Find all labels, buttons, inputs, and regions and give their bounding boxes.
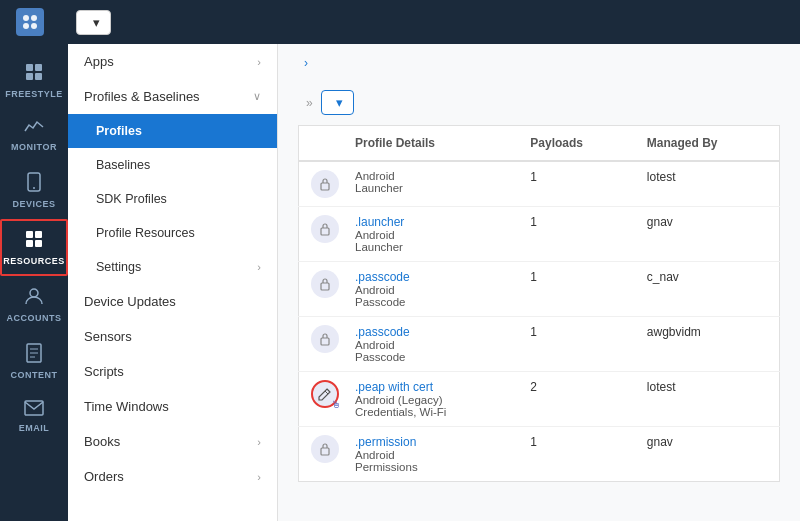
- profile-line2: Credentials, Wi-Fi: [355, 406, 506, 418]
- sidebar-item-accounts[interactable]: ACCOUNTS: [0, 276, 68, 333]
- profile-line1: Android: [355, 284, 506, 296]
- profile-name-link[interactable]: .peap with cert: [355, 380, 506, 394]
- subnav-item-scripts[interactable]: Scripts: [68, 354, 277, 389]
- subnav-item-sdk-profiles[interactable]: SDK Profiles: [68, 182, 277, 216]
- table-row: .passcode Android Passcode 1 awgbvidm: [299, 317, 780, 372]
- profile-details-cell: Android Launcher: [343, 161, 518, 207]
- sidebar-item-devices[interactable]: DEVICES: [0, 162, 68, 219]
- managed-by-cell: lotest: [635, 161, 780, 207]
- subnav-item-sensors[interactable]: Sensors: [68, 319, 277, 354]
- profile-line1: Android: [355, 339, 506, 351]
- profile-details-cell: .passcode Android Passcode: [343, 317, 518, 372]
- logo-icon: [16, 8, 44, 36]
- table-row: 🖱 .peap with cert Android (Legacy) Crede…: [299, 372, 780, 427]
- profile-name-link[interactable]: .permission: [355, 435, 506, 449]
- add-button[interactable]: ▾: [321, 90, 354, 115]
- subnav-item-apps[interactable]: Apps ›: [68, 44, 277, 79]
- profile-icon-1: [311, 170, 339, 198]
- profile-icon-cell: [299, 427, 344, 482]
- subnav-item-time-windows[interactable]: Time Windows: [68, 389, 277, 424]
- subnav-item-profiles-baselines[interactable]: Profiles & Baselines ∨: [68, 79, 277, 114]
- payloads-cell: 1: [518, 317, 635, 372]
- profile-line1: Android (Legacy): [355, 394, 506, 406]
- sub-nav: Apps › Profiles & Baselines ∨ Profiles B…: [68, 44, 278, 521]
- svg-rect-23: [321, 338, 329, 345]
- add-chevron-icon: ▾: [336, 95, 343, 110]
- profile-name-link[interactable]: .passcode: [355, 270, 506, 284]
- profile-line2: Passcode: [355, 296, 506, 308]
- chevron-icon-settings: ›: [257, 261, 261, 273]
- subnav-label-profiles-baselines: Profiles & Baselines: [84, 89, 200, 104]
- sidebar-label-devices: DEVICES: [12, 199, 55, 209]
- profile-icon-cell: [299, 317, 344, 372]
- subnav-label-profile-resources: Profile Resources: [96, 226, 195, 240]
- sidebar-label-monitor: MONITOR: [11, 142, 57, 152]
- sidebar-item-freestyle[interactable]: FREESTYLE: [0, 52, 68, 109]
- profile-line2: Permissions: [355, 461, 506, 473]
- svg-rect-12: [26, 240, 33, 247]
- col-managed-by: Managed By: [635, 126, 780, 162]
- payloads-cell: 1: [518, 427, 635, 482]
- sidebar-item-monitor[interactable]: MONITOR: [0, 109, 68, 162]
- profile-icon-cell: [299, 161, 344, 207]
- profile-line1: Android: [355, 170, 506, 182]
- profile-icon-3: [311, 270, 339, 298]
- subnav-label-sdk-profiles: SDK Profiles: [96, 192, 167, 206]
- profile-details-cell: .permission Android Permissions: [343, 427, 518, 482]
- col-icon: [299, 126, 344, 162]
- profile-details-cell: .peap with cert Android (Legacy) Credent…: [343, 372, 518, 427]
- col-payloads: Payloads: [518, 126, 635, 162]
- payloads-cell: 1: [518, 207, 635, 262]
- breadcrumb: ›: [278, 44, 800, 74]
- svg-rect-20: [321, 183, 329, 190]
- svg-point-0: [23, 15, 29, 21]
- col-profile-details: Profile Details: [343, 126, 518, 162]
- managed-by-cell: lotest: [635, 372, 780, 427]
- svg-point-2: [23, 23, 29, 29]
- payloads-cell: 1: [518, 161, 635, 207]
- sidebar-item-content[interactable]: CONTENT: [0, 333, 68, 390]
- chevron-icon-orders: ›: [257, 471, 261, 483]
- profile-line1: Android: [355, 229, 506, 241]
- subnav-item-books[interactable]: Books ›: [68, 424, 277, 459]
- chevron-down-icon: ▾: [93, 15, 100, 30]
- subnav-label-device-updates: Device Updates: [84, 294, 176, 309]
- subnav-item-orders[interactable]: Orders ›: [68, 459, 277, 494]
- profile-line2: Launcher: [355, 241, 506, 253]
- subnav-label-scripts: Scripts: [84, 364, 124, 379]
- profile-name-link[interactable]: .launcher: [355, 215, 506, 229]
- table-row: .passcode Android Passcode 1 c_nav: [299, 262, 780, 317]
- subnav-item-settings[interactable]: Settings ›: [68, 250, 277, 284]
- svg-point-14: [30, 289, 38, 297]
- sidebar-item-email[interactable]: EMAIL: [0, 390, 68, 443]
- svg-point-1: [31, 15, 37, 21]
- payloads-cell: 1: [518, 262, 635, 317]
- global-dropdown[interactable]: ▾: [76, 10, 111, 35]
- filters-bar: » ▾: [278, 90, 800, 125]
- svg-point-3: [31, 23, 37, 29]
- profile-icon-4: [311, 325, 339, 353]
- subnav-item-baselines[interactable]: Baselines: [68, 148, 277, 182]
- chevron-icon-profiles-baselines: ∨: [253, 90, 261, 103]
- subnav-item-profile-resources[interactable]: Profile Resources: [68, 216, 277, 250]
- sidebar-label-resources: RESOURCES: [3, 256, 65, 266]
- profile-line2: Passcode: [355, 351, 506, 363]
- subnav-item-device-updates[interactable]: Device Updates: [68, 284, 277, 319]
- page-title: [278, 74, 800, 90]
- sidebar: FREESTYLE MONITOR DEVICES RESOURCES ACCO…: [0, 44, 68, 521]
- logo-area: [16, 8, 52, 36]
- filters-arrows-icon: »: [306, 96, 313, 110]
- breadcrumb-separator: ›: [304, 56, 308, 70]
- subnav-label-settings: Settings: [96, 260, 141, 274]
- chevron-icon-apps: ›: [257, 56, 261, 68]
- profile-line2: Launcher: [355, 182, 506, 194]
- profile-icon-2: [311, 215, 339, 243]
- table-header-row: Profile Details Payloads Managed By: [299, 126, 780, 162]
- subnav-item-profiles[interactable]: Profiles: [68, 114, 277, 148]
- sidebar-item-resources[interactable]: RESOURCES: [0, 219, 68, 276]
- profile-name-link[interactable]: .passcode: [355, 325, 506, 339]
- cursor-icon: 🖱: [331, 399, 341, 410]
- svg-rect-4: [26, 64, 33, 71]
- sidebar-label-email: EMAIL: [19, 423, 50, 433]
- table-row: .launcher Android Launcher 1 gnav: [299, 207, 780, 262]
